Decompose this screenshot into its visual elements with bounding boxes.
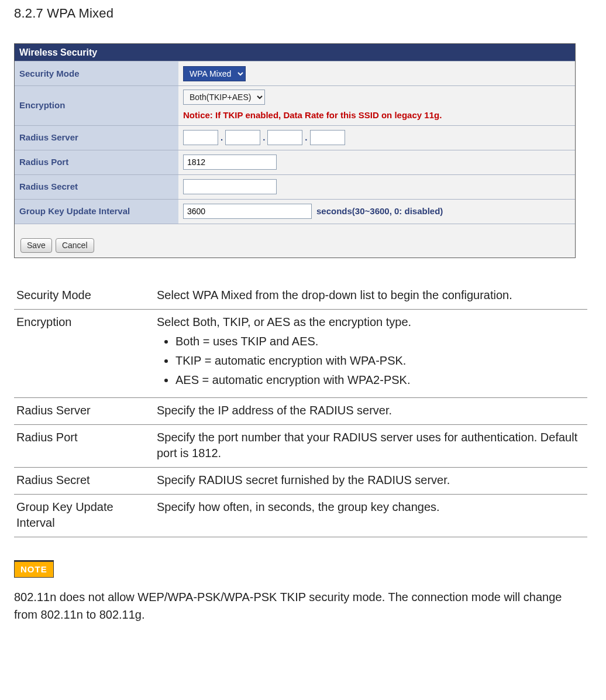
row-radius-server: Radius Server . . . bbox=[15, 125, 575, 150]
dot-icon: . bbox=[305, 132, 307, 143]
encryption-select[interactable]: Both(TKIP+AES) bbox=[183, 90, 265, 105]
description-bullets: Both = uses TKIP and AES.TKIP = automati… bbox=[175, 334, 584, 388]
description-row: Radius ServerSpecify the IP address of t… bbox=[14, 397, 587, 424]
description-term: Radius Port bbox=[14, 424, 154, 467]
description-bullet: Both = uses TKIP and AES. bbox=[175, 334, 584, 349]
label-gkui: Group Key Update Interval bbox=[15, 200, 178, 224]
description-term: Radius Secret bbox=[14, 467, 154, 494]
radius-server-octet-3[interactable] bbox=[267, 130, 302, 145]
description-row: Security ModeSelect WPA Mixed from the d… bbox=[14, 283, 587, 310]
cancel-button[interactable]: Cancel bbox=[56, 238, 94, 253]
description-row: Radius PortSpecify the port number that … bbox=[14, 424, 587, 467]
radius-server-octet-1[interactable] bbox=[183, 130, 218, 145]
label-radius-secret: Radius Secret bbox=[15, 175, 178, 199]
content-radius-server: . . . bbox=[178, 126, 575, 150]
label-radius-port: Radius Port bbox=[15, 150, 178, 174]
security-mode-select[interactable]: WPA Mixed bbox=[183, 66, 246, 81]
description-bullet: TKIP = automatic encryption with WPA-PSK… bbox=[175, 353, 584, 369]
description-row: Group Key Update IntervalSpecify how oft… bbox=[14, 494, 587, 537]
description-term: Radius Server bbox=[14, 397, 154, 424]
field-description-table: Security ModeSelect WPA Mixed from the d… bbox=[14, 283, 587, 537]
row-radius-secret: Radius Secret bbox=[15, 174, 575, 199]
radius-server-octet-4[interactable] bbox=[310, 130, 345, 145]
gkui-hint: seconds(30~3600, 0: disabled) bbox=[316, 205, 443, 217]
radius-secret-input[interactable] bbox=[183, 179, 277, 194]
description-row: EncryptionSelect Both, TKIP, or AES as t… bbox=[14, 309, 587, 397]
panel-footer: Save Cancel bbox=[15, 224, 575, 258]
content-security-mode: WPA Mixed bbox=[178, 61, 575, 85]
description-bullet: AES = automatic encryption with WPA2-PSK… bbox=[175, 372, 584, 388]
section-heading: 8.2.7 WPA Mixed bbox=[14, 5, 594, 22]
row-encryption: Encryption Both(TKIP+AES) Notice: If TKI… bbox=[15, 85, 575, 125]
radius-server-octet-2[interactable] bbox=[225, 130, 260, 145]
description-text: Select WPA Mixed from the drop-down list… bbox=[154, 283, 587, 310]
label-security-mode: Security Mode bbox=[15, 61, 178, 85]
row-gkui: Group Key Update Interval seconds(30~360… bbox=[15, 199, 575, 224]
dot-icon: . bbox=[221, 132, 223, 143]
content-radius-secret bbox=[178, 175, 575, 199]
radius-port-input[interactable] bbox=[183, 155, 277, 170]
dot-icon: . bbox=[263, 132, 265, 143]
note-text: 802.11n does not allow WEP/WPA-PSK/WPA-P… bbox=[14, 588, 587, 623]
content-gkui: seconds(30~3600, 0: disabled) bbox=[178, 200, 575, 224]
panel-title: Wireless Security bbox=[15, 44, 575, 61]
label-encryption: Encryption bbox=[15, 86, 178, 125]
description-text: Specify the IP address of the RADIUS ser… bbox=[154, 397, 587, 424]
description-text: Specify RADIUS secret furnished by the R… bbox=[154, 467, 587, 494]
description-term: Security Mode bbox=[14, 283, 154, 310]
gkui-input[interactable] bbox=[183, 204, 312, 219]
description-term: Encryption bbox=[14, 309, 154, 397]
description-row: Radius SecretSpecify RADIUS secret furni… bbox=[14, 467, 587, 494]
row-radius-port: Radius Port bbox=[15, 150, 575, 174]
label-radius-server: Radius Server bbox=[15, 126, 178, 150]
row-security-mode: Security Mode WPA Mixed bbox=[15, 61, 575, 85]
description-text: Specify the port number that your RADIUS… bbox=[154, 424, 587, 467]
content-encryption: Both(TKIP+AES) Notice: If TKIP enabled, … bbox=[178, 86, 575, 125]
save-button[interactable]: Save bbox=[20, 238, 52, 253]
description-term: Group Key Update Interval bbox=[14, 494, 154, 537]
description-text: Select Both, TKIP, or AES as the encrypt… bbox=[154, 309, 587, 397]
wireless-security-panel: Wireless Security Security Mode WPA Mixe… bbox=[14, 43, 576, 258]
encryption-notice: Notice: If TKIP enabled, Data Rate for t… bbox=[183, 109, 570, 121]
note-badge: NOTE bbox=[14, 562, 54, 578]
description-text: Specify how often, in seconds, the group… bbox=[154, 494, 587, 537]
content-radius-port bbox=[178, 150, 575, 174]
